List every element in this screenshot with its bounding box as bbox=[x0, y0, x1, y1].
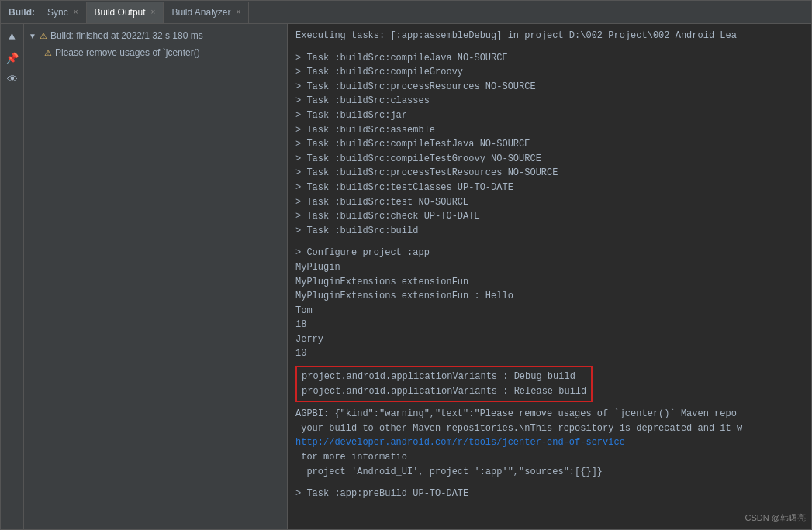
configure-line-3: MyPluginExtensions extensionFun : Hello bbox=[295, 289, 803, 304]
eye-icon[interactable]: 👁 bbox=[5, 72, 20, 88]
final-task-line: > Task :app:preBuild UP-TO-DATE bbox=[295, 487, 803, 501]
watermark: CSDN @韩曙亮 bbox=[745, 512, 806, 524]
agp-warning-line: AGPBI: {"kind":"warning","text":"Please … bbox=[295, 407, 803, 422]
configure-line-4: Tom bbox=[295, 304, 803, 318]
output-line-12: > Task :buildSrc:build bbox=[295, 224, 803, 239]
tree-root-label: Build: finished at 2022/1 32 s 180 ms bbox=[50, 29, 203, 43]
ide-window: Build: Sync × Build Output × Build Analy… bbox=[0, 0, 812, 530]
configure-line-5: 18 bbox=[295, 318, 803, 332]
configure-line-7: 10 bbox=[295, 346, 803, 361]
tree-sub-warning-icon: ⚠ bbox=[44, 46, 52, 60]
highlighted-block: project.android.applicationVariants : De… bbox=[295, 366, 593, 402]
output-line-0: > Task :buildSrc:compileJava NO-SOURCE bbox=[295, 51, 803, 66]
sidebar: ▲ 📌 👁 bbox=[1, 24, 24, 529]
output-line-1: > Task :buildSrc:compileGroovy bbox=[295, 65, 803, 80]
output-panel[interactable]: Executing tasks: [:app:assembleDebug] in… bbox=[288, 24, 811, 529]
tab-build-output-label: Build Output bbox=[95, 7, 146, 18]
agp-line3: for more informatio bbox=[295, 450, 803, 465]
output-line-3: > Task :buildSrc:classes bbox=[295, 94, 803, 108]
configure-line-6: Jerry bbox=[295, 332, 803, 347]
configure-line-0: > Configure project :app bbox=[295, 246, 803, 260]
highlighted-line-0: project.android.applicationVariants : De… bbox=[302, 370, 586, 384]
agp-line2: your build to other Maven repositories.\… bbox=[295, 422, 803, 436]
tab-build-output[interactable]: Build Output × bbox=[87, 2, 164, 23]
tree-warning-item: ⚠ Please remove usages of `jcenter() bbox=[24, 44, 287, 61]
output-line-5: > Task :buildSrc:assemble bbox=[295, 123, 803, 138]
tree-panel: ▼ ⚠ Build: finished at 2022/1 32 s 180 m… bbox=[24, 24, 288, 529]
main-content: ▲ 📌 👁 ▼ ⚠ Build: finished at 2022/1 32 s… bbox=[1, 24, 811, 529]
tree-warning-icon: ⚠ bbox=[40, 29, 47, 43]
tab-build-output-close[interactable]: × bbox=[151, 8, 156, 16]
tab-sync[interactable]: Sync × bbox=[40, 2, 87, 23]
output-line-9: > Task :buildSrc:testClasses UP-TO-DATE bbox=[295, 181, 803, 195]
up-arrow-icon[interactable]: ▲ bbox=[5, 29, 20, 44]
configure-line-1: MyPlugin bbox=[295, 260, 803, 275]
tab-build-analyzer-label: Build Analyzer bbox=[171, 7, 230, 18]
output-header: Executing tasks: [:app:assembleDebug] in… bbox=[295, 29, 803, 43]
tab-build-analyzer-close[interactable]: × bbox=[236, 8, 240, 16]
tab-build-analyzer[interactable]: Build Analyzer × bbox=[164, 2, 249, 23]
output-line-8: > Task :buildSrc:processTestResources NO… bbox=[295, 166, 803, 181]
configure-line-2: MyPluginExtensions extensionFun bbox=[295, 275, 803, 290]
output-line-11: > Task :buildSrc:check UP-TO-DATE bbox=[295, 209, 803, 224]
output-line-10: > Task :buildSrc:test NO-SOURCE bbox=[295, 195, 803, 210]
tab-sync-close[interactable]: × bbox=[74, 8, 78, 16]
build-prefix: Build: bbox=[4, 7, 40, 18]
agp-link[interactable]: http://developer.android.com/r/tools/jce… bbox=[295, 435, 803, 450]
pin-icon[interactable]: 📌 bbox=[5, 50, 20, 66]
agp-line4: project 'Android_UI', project ':app'","s… bbox=[295, 465, 803, 480]
tree-arrow-icon: ▼ bbox=[29, 30, 36, 42]
output-line-4: > Task :buildSrc:jar bbox=[295, 108, 803, 123]
tab-sync-label: Sync bbox=[47, 7, 68, 18]
output-line-6: > Task :buildSrc:compileTestJava NO-SOUR… bbox=[295, 137, 803, 152]
output-line-2: > Task :buildSrc:processResources NO-SOU… bbox=[295, 80, 803, 95]
tree-root-item[interactable]: ▼ ⚠ Build: finished at 2022/1 32 s 180 m… bbox=[24, 27, 287, 44]
tab-bar: Build: Sync × Build Output × Build Analy… bbox=[1, 1, 811, 24]
highlighted-line-1: project.android.applicationVariants : Re… bbox=[302, 384, 586, 399]
output-line-7: > Task :buildSrc:compileTestGroovy NO-SO… bbox=[295, 152, 803, 167]
tree-warning-text: Please remove usages of `jcenter() bbox=[55, 46, 200, 60]
